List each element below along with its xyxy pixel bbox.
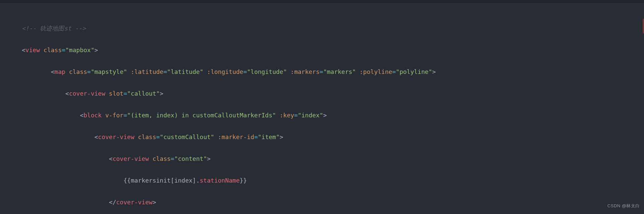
code-line: <cover-view class="content"> [22, 153, 644, 165]
code-line: </cover-view> [22, 197, 644, 208]
code-line: <!-- 轨迹地图st --> [22, 23, 644, 34]
code-line: {{markersinit[index].stationName}} [22, 175, 644, 186]
watermark: CSDN @林太白 [607, 201, 640, 212]
scrollbar-track[interactable] [639, 3, 644, 214]
code-line: <view class="mapbox"> [22, 45, 644, 56]
code-line: <map class="mapstyle" :latitude="latitud… [22, 67, 644, 78]
code-line: <cover-view slot="callout"> [22, 88, 644, 99]
code-editor[interactable]: <!-- 轨迹地图st --> <view class="mapbox"> <m… [0, 3, 644, 214]
editor-topbar [0, 0, 644, 3]
code-line: <block v-for="(item, index) in customCal… [22, 110, 644, 121]
code-line: <cover-view class="customCallout" :marke… [22, 132, 644, 143]
comment: <!-- 轨迹地图st --> [22, 25, 86, 32]
minimap-diff-marker [643, 19, 644, 33]
